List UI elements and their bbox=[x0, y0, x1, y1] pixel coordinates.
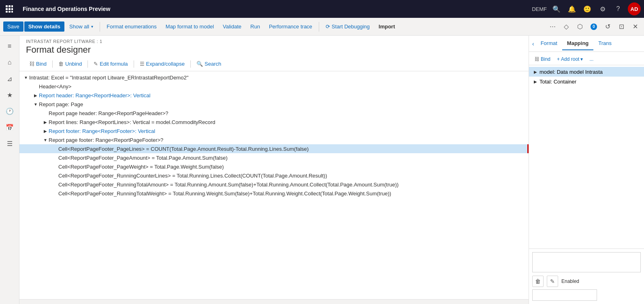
svg-rect-2 bbox=[11, 5, 13, 7]
bind-button[interactable]: ⛓ Bind bbox=[26, 59, 50, 69]
smiley-icon[interactable]: 🙂 bbox=[582, 3, 593, 15]
tab-trans[interactable]: Trans bbox=[593, 37, 616, 50]
unbind-button[interactable]: 🗑 Unbind bbox=[55, 59, 85, 69]
refresh-icon[interactable]: ↺ bbox=[602, 21, 613, 32]
split-icon[interactable]: ⬡ bbox=[574, 21, 586, 32]
app-title: Finance and Operations Preview bbox=[18, 6, 115, 12]
right-bind-button[interactable]: ⛓ Bind bbox=[532, 55, 553, 63]
help-icon[interactable]: ? bbox=[612, 3, 624, 15]
apps-grid-icon[interactable] bbox=[3, 3, 15, 15]
edit-formula-right-button[interactable]: ✎ bbox=[547, 276, 558, 287]
right-panel-back-icon[interactable]: ‹ bbox=[532, 41, 534, 47]
sidebar-home-icon[interactable]: ⌂ bbox=[2, 55, 17, 70]
svg-rect-8 bbox=[11, 11, 13, 13]
save-button[interactable]: Save bbox=[3, 21, 23, 32]
tab-mapping[interactable]: Mapping bbox=[562, 37, 593, 50]
bind-icon: ⛓ bbox=[29, 61, 34, 67]
tree-item[interactable]: ▼ Intrastat: Excel = "Intrastat report L… bbox=[19, 73, 529, 82]
sidebar-calendar-icon[interactable]: 📅 bbox=[2, 120, 17, 135]
expand-collapse-button[interactable]: ☰ Expand/collapse bbox=[136, 59, 188, 69]
svg-rect-7 bbox=[9, 11, 11, 13]
edit-icon: ✎ bbox=[94, 61, 98, 67]
tree-item[interactable]: Cell<ReportPageFooter_PageAmount> = Tota… bbox=[19, 153, 529, 162]
diamond-icon[interactable]: ◇ bbox=[561, 21, 572, 32]
search-icon-action: 🔍 bbox=[196, 61, 203, 67]
tree-container[interactable]: ▼ Intrastat: Excel = "Intrastat report L… bbox=[19, 71, 529, 299]
sidebar-list-icon[interactable]: ☰ bbox=[2, 136, 17, 151]
import-button[interactable]: Import bbox=[375, 21, 399, 32]
action-sep-2 bbox=[87, 60, 88, 68]
expand-icon-2[interactable]: ▶ bbox=[32, 92, 39, 98]
notification-icon[interactable]: 🔔 bbox=[566, 3, 578, 15]
expand-icon-13 bbox=[52, 190, 58, 197]
right-tree-item[interactable]: ▶ Total: Container bbox=[529, 77, 644, 86]
avatar[interactable]: AD bbox=[628, 2, 641, 15]
sidebar-filter-icon[interactable]: ⊿ bbox=[2, 71, 17, 86]
close-icon[interactable]: ✕ bbox=[629, 21, 641, 32]
sidebar-recent-icon[interactable]: 🕐 bbox=[2, 104, 17, 118]
edit-formula-button[interactable]: ✎ Edit formula bbox=[90, 59, 131, 69]
designer-header: INTRASTAT REPORT LITWARE : 1 Format desi… bbox=[19, 36, 529, 57]
show-all-caret: ▾ bbox=[91, 24, 93, 29]
tree-item[interactable]: Cell<ReportPageFooter_PageWeight> = Tota… bbox=[19, 162, 529, 171]
expand-icon-5[interactable]: ▶ bbox=[42, 119, 49, 125]
tree-item[interactable]: ▼ Report page footer: Range<ReportPageFo… bbox=[19, 135, 529, 144]
add-root-caret: ▾ bbox=[580, 56, 583, 62]
validate-button[interactable]: Validate bbox=[219, 21, 245, 32]
tree-item[interactable]: ▶ Report footer: Range<ReportFooter>: Ve… bbox=[19, 126, 529, 135]
more-options-button[interactable]: ... bbox=[587, 55, 596, 63]
format-enumerations-button[interactable]: Format enumerations bbox=[102, 21, 161, 32]
unbind-icon: 🗑 bbox=[58, 61, 64, 67]
tree-item[interactable]: Cell<ReportPageFooter_RunningTotalWeight… bbox=[19, 189, 529, 198]
enabled-input[interactable] bbox=[532, 289, 597, 301]
performance-trace-button[interactable]: Performance trace bbox=[265, 21, 316, 32]
expand-icon-1 bbox=[32, 83, 39, 90]
right-tree[interactable]: ▶ model: Data model Intrasta ▶ Total: Co… bbox=[529, 65, 644, 248]
right-tree-item[interactable]: ▶ model: Data model Intrasta bbox=[529, 67, 644, 77]
tree-item[interactable]: ▶ Report header: Range<ReportHeader>: Ve… bbox=[19, 91, 529, 100]
toolbar-separator-2 bbox=[319, 22, 319, 32]
add-root-button[interactable]: + Add root ▾ bbox=[554, 55, 585, 63]
svg-rect-1 bbox=[9, 5, 11, 7]
expand-icon-7[interactable]: ▼ bbox=[42, 137, 49, 143]
search-button[interactable]: 🔍 Search bbox=[193, 59, 224, 69]
formula-box[interactable] bbox=[532, 252, 641, 272]
start-debugging-button[interactable]: ⟳ Start Debugging bbox=[322, 21, 374, 32]
tree-item[interactable]: Report page header: Range<ReportPageHead… bbox=[19, 109, 529, 118]
settings-icon[interactable]: ⚙ bbox=[597, 3, 608, 15]
show-all-button[interactable]: Show all ▾ bbox=[65, 21, 97, 32]
bottom-scrollbar[interactable] bbox=[19, 299, 529, 304]
right-tree-text-1: Total: Container bbox=[540, 79, 576, 85]
expand-icon-6[interactable]: ▶ bbox=[42, 128, 49, 134]
tree-item[interactable]: ▼ Report page: Page bbox=[19, 100, 529, 109]
right-bind-icon: ⛓ bbox=[535, 56, 540, 62]
action-sep-3 bbox=[134, 60, 134, 68]
action-sep-4 bbox=[190, 60, 191, 68]
tab-format[interactable]: Format bbox=[536, 37, 562, 50]
map-format-button[interactable]: Map format to model bbox=[162, 21, 218, 32]
tree-item[interactable]: Header<Any> bbox=[19, 82, 529, 91]
top-bar-grid: Finance and Operations Preview DEMF 🔍 🔔 … bbox=[3, 2, 641, 15]
more-icon[interactable]: ··· bbox=[547, 22, 558, 31]
tree-item[interactable]: ▶ Report lines: Range<ReportLines>: Vert… bbox=[19, 118, 529, 126]
tree-item[interactable]: Cell<ReportPageFooter_RunningTotalAmount… bbox=[19, 180, 529, 189]
restore-icon[interactable]: ⊡ bbox=[616, 21, 627, 32]
run-button[interactable]: Run bbox=[246, 21, 264, 32]
search-icon[interactable]: 🔍 bbox=[551, 3, 562, 15]
sidebar-favorites-icon[interactable]: ★ bbox=[2, 88, 17, 102]
delete-button[interactable]: 🗑 bbox=[532, 276, 544, 287]
svg-rect-3 bbox=[6, 8, 8, 10]
right-panel: ‹ Format Mapping Trans ⛓ Bind + Add root… bbox=[529, 36, 644, 304]
right-expand-1[interactable]: ▶ bbox=[532, 78, 539, 85]
expand-icon-0[interactable]: ▼ bbox=[23, 74, 29, 81]
toolbar: Save Show details Show all ▾ Format enum… bbox=[0, 18, 644, 36]
badge-icon[interactable]: 0 bbox=[588, 21, 599, 32]
sidebar-menu-icon[interactable]: ≡ bbox=[2, 39, 17, 54]
tree-item[interactable]: Cell<ReportPageFooter_PageLines> = COUNT… bbox=[19, 144, 529, 153]
tree-item[interactable]: Cell<ReportPageFooter_RunningCounterLine… bbox=[19, 171, 529, 180]
show-details-button[interactable]: Show details bbox=[24, 21, 64, 32]
right-expand-0[interactable]: ▶ bbox=[532, 69, 539, 75]
red-indicator bbox=[527, 144, 529, 153]
expand-icon-3[interactable]: ▼ bbox=[32, 101, 39, 107]
expand-icon-10 bbox=[52, 163, 58, 170]
